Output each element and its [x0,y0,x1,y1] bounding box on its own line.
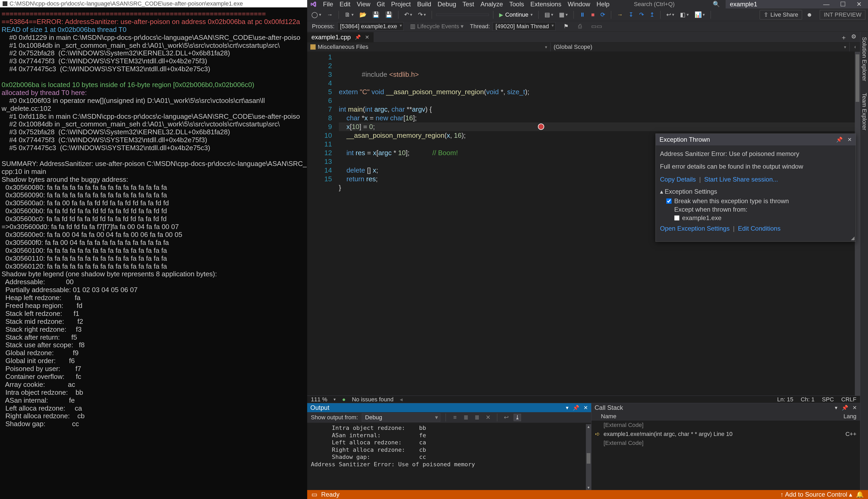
solution-title-tab[interactable]: example1 [726,0,815,9]
copy-details-link[interactable]: Copy Details [660,176,696,183]
close-button[interactable]: ✕ [856,1,862,8]
process-dropdown[interactable]: [53864] example1.exe [337,22,404,31]
apply-changes-icon[interactable]: ↩▾ [665,11,676,19]
live-share-button[interactable]: ⇪ Live Share [760,10,802,20]
debug-windows-icon[interactable]: ▦▾ [557,11,569,19]
call-stack-row[interactable]: [External Code] [591,439,860,448]
project-scope-dropdown[interactable]: Miscellaneous Files [307,42,551,51]
nav-fwd-button[interactable]: → [325,11,334,19]
callstack-dropdown-icon[interactable]: ▾ [835,404,838,411]
resize-grip-icon[interactable]: ◢ [851,235,855,241]
pause-button[interactable]: ⏸ [578,11,587,19]
output-wrap-icon[interactable]: ↩ [503,414,510,421]
menu-window[interactable]: Window [565,0,593,9]
issues-text[interactable]: No issues found [352,396,394,403]
except-exe-checkbox[interactable] [674,215,679,221]
start-live-share-link[interactable]: Start Live Share session... [704,176,778,183]
popup-pin-icon[interactable]: 📌 [836,136,843,143]
cs-col-lang[interactable]: Lang [843,413,856,420]
lifecycle-events-button[interactable]: ▥ Lifecycle Events ▾ [410,23,464,30]
split-editor-icon[interactable]: ⫞ [850,42,860,51]
feedback-icon[interactable]: ☻ [805,11,814,19]
tab-settings-icon[interactable]: ⚙ [851,33,856,40]
menu-git[interactable]: Git [374,0,388,9]
col-indicator[interactable]: Ch: 1 [801,396,815,403]
add-source-control-button[interactable]: ↑ Add to Source Control ▴ [780,491,852,498]
output-pin-icon[interactable]: 📌 [573,404,579,411]
output-next-icon[interactable]: ≣ [473,414,481,421]
threads-view-icon[interactable]: ▭▭ [590,22,604,31]
zoom-level[interactable]: 111 % [311,396,327,403]
menu-debug[interactable]: Debug [435,0,459,9]
show-next-statement-icon[interactable]: → [615,11,624,19]
cs-col-name[interactable]: Name [601,413,616,420]
break-checkbox[interactable] [666,198,671,204]
output-pane-title[interactable]: Output ▾ 📌 ✕ [307,403,591,412]
exception-glyph-icon[interactable] [538,123,544,130]
int-preview-badge[interactable]: INT PREVIEW [820,10,865,20]
open-exception-settings-link[interactable]: Open Exception Settings [660,225,730,232]
call-stack-row[interactable]: [External Code] [591,421,860,429]
maximize-button[interactable]: ☐ [840,1,846,8]
output-source-dropdown[interactable]: Debug [362,413,441,422]
menu-extensions[interactable]: Extensions [528,0,564,9]
menu-view[interactable]: View [354,0,373,9]
edit-conditions-link[interactable]: Edit Conditions [738,225,780,232]
minimize-button[interactable]: — [823,1,830,8]
output-dropdown-icon[interactable]: ▾ [566,404,568,411]
diagnostic-tools-icon[interactable]: 📊▾ [693,11,706,19]
undo-button[interactable]: ↶▾ [403,11,414,19]
redo-button[interactable]: ↷▾ [416,11,427,19]
nav-back-button[interactable]: ◯▾ [310,11,323,19]
settings-chevron-icon[interactable]: ▴ [660,188,663,195]
step-into-icon[interactable]: ↧ [627,11,635,19]
menu-tools[interactable]: Tools [507,0,527,9]
menu-project[interactable]: Project [388,0,413,9]
output-scrollbar[interactable]: ▴ ▾ [586,424,591,490]
stop-button[interactable]: ■ [590,11,596,19]
output-clear-icon[interactable]: ✕ [485,414,492,421]
flag-icon[interactable]: ⚑ [562,22,570,31]
menu-help[interactable]: Help [594,0,612,9]
open-file-icon[interactable]: 📂 [358,11,368,19]
indent-indicator[interactable]: SPC [822,396,834,403]
call-stack-row[interactable]: ➪example1.exe!main(int argc, char * * ar… [591,429,860,439]
team-explorer-tab[interactable]: Team Explorer [860,90,868,133]
config-dropdown[interactable] [436,14,489,16]
line-indicator[interactable]: Ln: 15 [777,396,793,403]
close-tab-icon[interactable]: ✕ [365,34,369,40]
menu-edit[interactable]: Edit [337,0,353,9]
menu-analyze[interactable]: Analyze [478,0,505,9]
new-project-icon[interactable]: 🗎▾ [343,11,355,19]
debug-target-icon[interactable]: ▤▾ [543,11,555,19]
console-titlebar[interactable]: C:\MSDN\cpp-docs-pr\docs\c-language\ASAN… [0,0,307,8]
intellitrace-icon[interactable]: ◧▾ [678,11,690,19]
new-tab-button[interactable]: ＋ [841,33,847,42]
type-scope-dropdown[interactable]: (Global Scope) [551,42,850,51]
continue-button[interactable]: ▶Continue▾ [498,11,534,19]
call-stack-title[interactable]: Call Stack ▾ 📌 ✕ [591,403,860,412]
menu-file[interactable]: File [320,0,336,9]
output-find-icon[interactable]: ≡ [451,414,458,421]
output-prev-icon[interactable]: ≣ [462,414,469,421]
stack-frame-icon[interactable]: ⎙ [577,22,583,31]
save-all-icon[interactable]: 💾 [383,11,394,19]
document-tab-example1[interactable]: example1.cpp 📌 ✕ [307,32,374,42]
call-stack-body[interactable]: [External Code]➪example1.exe!main(int ar… [591,421,860,490]
restart-button[interactable]: ⟳ [599,11,607,19]
output-close-icon[interactable]: ✕ [583,404,588,411]
thread-dropdown[interactable]: [49020] Main Thread [492,22,555,31]
callstack-close-icon[interactable]: ✕ [853,404,857,411]
exception-settings-header[interactable]: Exception Settings [665,188,717,195]
search-icon[interactable]: 🔍 [713,1,720,8]
callstack-pin-icon[interactable]: 📌 [842,404,848,411]
save-icon[interactable]: 💾 [371,11,381,19]
output-auto-scroll-icon[interactable]: ⤓ [514,414,521,421]
menu-build[interactable]: Build [415,0,434,9]
step-out-icon[interactable]: ↥ [648,11,656,19]
notifications-icon[interactable]: 🔔 [856,491,864,498]
popup-close-icon[interactable]: ✕ [847,136,852,143]
solution-explorer-tab[interactable]: Solution Explorer [860,34,868,84]
output-text[interactable]: Intra object redzone: bb ASan internal: … [307,423,591,490]
eol-indicator[interactable]: CRLF [841,396,856,403]
